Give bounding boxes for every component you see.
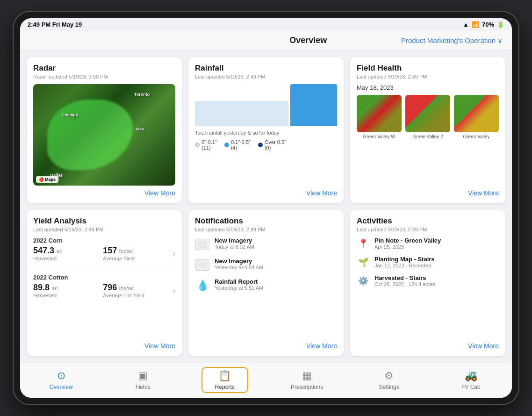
- imagery-icon-2: [195, 259, 209, 271]
- field-thumbnail-2: [405, 95, 450, 132]
- bottom-nav: ⊙ Overview ▣ Fields 📋 Reports ▦ Prescrip…: [20, 363, 512, 398]
- rain-drop-icon: 💧: [196, 280, 209, 292]
- yield-avg-val-1: 157: [103, 246, 117, 255]
- reports-icon: 📋: [218, 370, 231, 382]
- status-time: 2:49 PM Fri May 19: [28, 21, 82, 28]
- field-health-subtitle: Last updated 5/19/23, 2:49 PM: [357, 74, 499, 79]
- nav-label-overview: Overview: [50, 384, 73, 390]
- legend-label-2: 0.1"-0.5"(4): [231, 139, 251, 151]
- yield-val-2: 89.8: [33, 283, 50, 292]
- field-image-2: Green Valley 2: [405, 95, 450, 189]
- nav-item-prescriptions[interactable]: ▦ Prescriptions: [283, 368, 331, 392]
- fvcab-icon: 🚜: [465, 370, 477, 382]
- legend-dot-1: [195, 143, 200, 147]
- activity-title-1: Pin Note - Green Valley: [374, 237, 441, 244]
- yield-row-2: 89.8 ac Harvested 796 lbs/ac Average Lin…: [33, 283, 175, 298]
- field-label-3: Green Valley: [463, 134, 489, 139]
- yield-chevron-1[interactable]: ›: [173, 250, 175, 258]
- yield-avg-1: 157 bu/ac Average Yield: [103, 246, 163, 261]
- radar-label-chicago: Chicago: [62, 113, 79, 117]
- notification-title-1: New Imagery: [215, 237, 337, 244]
- radar-label-washington: Was: [136, 127, 144, 131]
- yield-section-corn: 2022 Corn 547.3 ac Harvested 157: [33, 237, 175, 261]
- notification-title-3: Rainfall Report: [215, 278, 337, 285]
- main-content: Radar Radar updated 5/19/23, 3:00 PM Chi…: [20, 50, 512, 363]
- activity-list: 📍 Pin Note - Green Valley Apr 25, 2023 🌱…: [357, 237, 499, 342]
- yield-avg-value-1: 157 bu/ac: [103, 246, 163, 256]
- notification-time-1: Today at 6:02 AM: [215, 244, 337, 250]
- operation-selector[interactable]: Product Marketing's Operation ∨: [401, 36, 503, 45]
- rainfall-caption: Total rainfall yesterday & so far today: [195, 130, 337, 136]
- yield-harvested-label-1: Harvested: [33, 256, 93, 261]
- field-label-1: Green Valley W: [363, 134, 395, 139]
- battery-icon: 🔋: [497, 21, 504, 28]
- battery-label: 70%: [482, 21, 494, 28]
- nav-label-settings: Settings: [379, 384, 399, 390]
- notifications-view-more[interactable]: View More: [195, 342, 337, 350]
- legend-dot-2: [224, 143, 229, 147]
- device-screen: 2:49 PM Fri May 19 ▲ 📶 70% 🔋 Overview Pr…: [20, 18, 512, 398]
- yield-avg-label-1: Average Yield: [103, 256, 163, 261]
- field-health-card: Field Health Last updated 5/19/23, 2:49 …: [350, 57, 505, 203]
- radar-label-toronto: Toronto: [134, 92, 150, 97]
- overview-icon: ⊙: [57, 370, 65, 382]
- operation-label: Product Marketing's Operation: [401, 36, 496, 44]
- field-thumbnail-3: [454, 95, 499, 132]
- nav-item-fvcab[interactable]: 🚜 FV Cab: [447, 368, 494, 392]
- yield-unit-1: ac: [57, 248, 63, 255]
- notification-item-3: 💧 Rainfall Report Yesterday at 5:51 AM: [195, 278, 337, 293]
- activity-text-1: Pin Note - Green Valley Apr 25, 2023: [374, 237, 441, 250]
- yield-avg-unit-2: lbs/ac: [119, 285, 134, 292]
- yield-harvested-1: 547.3 ac Harvested: [33, 246, 93, 261]
- activities-view-more[interactable]: View More: [357, 342, 499, 350]
- radar-subtitle: Radar updated 5/19/23, 3:00 PM: [33, 74, 175, 79]
- notification-text-3: Rainfall Report Yesterday at 5:51 AM: [215, 278, 337, 291]
- rainfall-bar-light: [195, 101, 288, 126]
- maps-label: Maps: [45, 177, 56, 182]
- legend-dot-3: [258, 143, 263, 147]
- nav-item-settings[interactable]: ⚙ Settings: [366, 368, 412, 392]
- activity-item-3: ⚙️ Harvested - Stairs Oct 28, 2022 - 124…: [357, 274, 499, 287]
- radar-title: Radar: [33, 64, 175, 73]
- field-thumbnail-1: [357, 95, 402, 132]
- activity-text-3: Harvested - Stairs Oct 28, 2022 - 124.4 …: [374, 274, 435, 287]
- radar-map: Chicago Toronto Was Dallas 🍎 Maps: [33, 84, 175, 186]
- yield-view-more[interactable]: View More: [33, 342, 175, 350]
- nav-label-fields: Fields: [136, 384, 151, 390]
- yield-avg-2: 796 lbs/ac Average Lint Yield: [103, 283, 163, 298]
- apple-maps-icon: 🍎: [39, 177, 44, 182]
- yield-avg-value-2: 796 lbs/ac: [103, 283, 163, 293]
- activities-subtitle: Last updated 5/19/23, 2:49 PM: [357, 227, 499, 232]
- planting-map-icon: 🌱: [357, 256, 370, 269]
- notification-icon-1: [195, 237, 210, 252]
- notification-time-2: Yesterday at 6:04 AM: [215, 265, 337, 270]
- yield-harvested-value-2: 89.8 ac: [33, 283, 93, 293]
- nav-item-overview[interactable]: ⊙ Overview: [38, 368, 85, 392]
- yield-subtitle: Last updated 5/19/23, 2:49 PM: [33, 227, 175, 232]
- notifications-card: Notifications Last updated 5/19/23, 2:49…: [188, 210, 344, 356]
- yield-harvested-label-2: Harvested: [33, 293, 93, 298]
- location-icon: ▲: [463, 21, 469, 28]
- radar-view-more[interactable]: View More: [33, 189, 175, 197]
- rainfall-view-more[interactable]: View More: [195, 189, 337, 197]
- activity-title-2: Planting Map - Stairs: [374, 256, 435, 263]
- yield-divider: [33, 270, 175, 270]
- nav-item-fields[interactable]: ▣ Fields: [120, 368, 166, 392]
- app-header: Overview Product Marketing's Operation ∨: [20, 31, 512, 50]
- field-health-view-more[interactable]: View More: [357, 189, 499, 197]
- nav-item-reports[interactable]: 📋 Reports: [201, 367, 248, 393]
- notification-time-3: Yesterday at 5:51 AM: [215, 285, 337, 291]
- yield-avg-val-2: 796: [103, 283, 117, 292]
- rainfall-bar-blue: [290, 84, 337, 126]
- yield-harvested-value-1: 547.3 ac: [33, 246, 93, 256]
- yield-crop-name-1: 2022 Corn: [33, 237, 175, 244]
- prescriptions-icon: ▦: [302, 370, 312, 382]
- notification-list: New Imagery Today at 6:02 AM New Imagery…: [195, 237, 337, 342]
- yield-chevron-2[interactable]: ›: [173, 287, 175, 295]
- rainfall-legend: 0"-0.1"(11) 0.1"-0.5"(4) Over 0.5"(0): [195, 139, 337, 151]
- harvest-icon: ⚙️: [357, 274, 370, 287]
- yield-section-cotton: 2022 Cotton 89.8 ac Harvested 796: [33, 274, 175, 298]
- field-health-date: May 18, 2023: [357, 84, 499, 91]
- activity-subtitle-2: Jan 12, 2023 - Recorded: [374, 263, 435, 268]
- activity-item-1: 📍 Pin Note - Green Valley Apr 25, 2023: [357, 237, 499, 250]
